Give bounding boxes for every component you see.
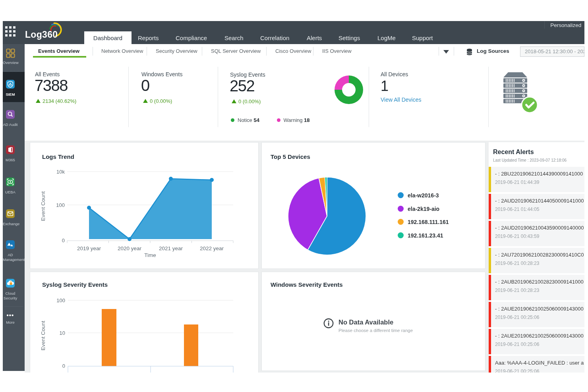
svg-text:Event Count: Event Count <box>40 191 46 221</box>
svg-text:2022 year: 2022 year <box>200 245 224 251</box>
svg-text:Time: Time <box>144 252 156 258</box>
svg-text:10: 10 <box>60 330 65 336</box>
svg-text:2020 year: 2020 year <box>118 245 142 251</box>
svg-text:100: 100 <box>56 202 65 208</box>
svg-text:100: 100 <box>56 297 65 303</box>
svg-text:2019 year: 2019 year <box>77 245 101 251</box>
svg-text:10k: 10k <box>56 169 65 175</box>
svg-text:0: 0 <box>62 363 65 369</box>
svg-text:0: 0 <box>62 238 65 243</box>
svg-text:2021 year: 2021 year <box>159 245 183 251</box>
svg-text:Event Count: Event Count <box>40 321 46 351</box>
